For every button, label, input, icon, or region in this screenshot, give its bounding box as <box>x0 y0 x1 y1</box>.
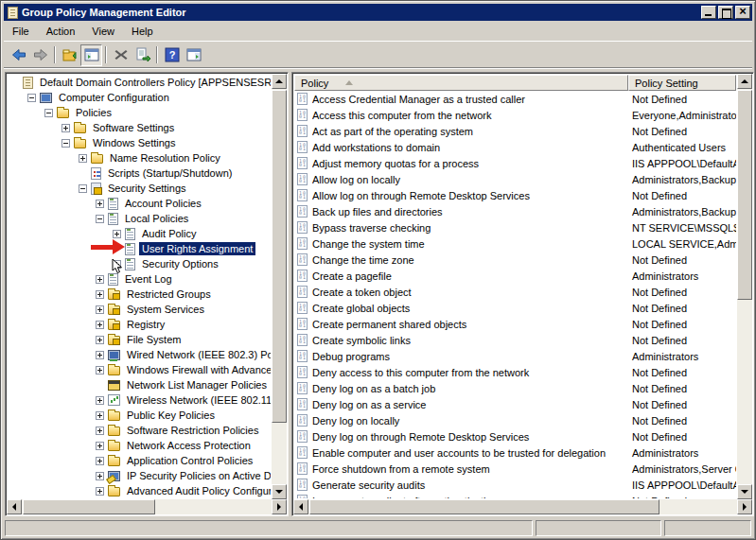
policy-row[interactable]: Access Credential Manager as a trusted c… <box>294 91 736 107</box>
policy-name-cell[interactable]: Create permanent shared objects <box>312 319 628 330</box>
menu-view[interactable]: View <box>83 24 123 39</box>
policy-name-cell[interactable]: Deny log on locally <box>312 415 628 427</box>
policy-name-cell[interactable]: Create a token object <box>312 287 628 298</box>
tree-item-label[interactable]: Advanced Audit Policy Configuratio <box>124 484 271 497</box>
tree-item[interactable]: Software Settings <box>8 120 271 135</box>
expander-icon[interactable] <box>113 260 121 269</box>
close-button[interactable] <box>735 6 750 19</box>
column-header-policy[interactable]: Policy <box>294 75 628 91</box>
tree-item-label[interactable]: Account Policies <box>122 197 204 210</box>
tree-item[interactable]: Default Domain Controllers Policy [APPSE… <box>8 75 271 90</box>
tree-item[interactable]: System Services <box>8 302 271 317</box>
back-icon[interactable] <box>8 44 29 66</box>
expander-icon[interactable] <box>96 396 104 405</box>
policy-row[interactable]: Create global objects Not Defined <box>294 300 736 316</box>
forward-icon[interactable] <box>29 44 51 66</box>
tree-item-label[interactable]: Windows Settings <box>90 136 178 149</box>
tree-vertical-scrollbar[interactable] <box>272 74 287 499</box>
tree-item-label[interactable]: Wired Network (IEEE 802.3) Policie <box>124 348 271 361</box>
policy-row[interactable]: Add workstations to domain Authenticated… <box>294 139 736 155</box>
policy-name-cell[interactable]: Enable computer and user accounts to be … <box>312 447 628 459</box>
tree-item[interactable]: Restricted Groups <box>8 287 271 302</box>
maximize-button[interactable] <box>718 6 733 19</box>
tree-item-label[interactable]: Audit Policy <box>139 227 199 240</box>
tree-item[interactable]: Security Settings <box>8 181 271 196</box>
policy-row[interactable]: Generate security audits IIS APPPOOL\Def… <box>294 477 736 493</box>
tree-item-label[interactable]: Windows Firewall with Advanced Se <box>124 363 271 376</box>
scroll-right-icon[interactable] <box>272 499 287 514</box>
policy-name-cell[interactable]: Act as part of the operating system <box>312 126 628 137</box>
expander-icon[interactable] <box>96 321 104 329</box>
scrollbar-thumb[interactable] <box>23 499 155 514</box>
tree-item[interactable]: Name Resolution Policy <box>8 150 271 165</box>
tree-item[interactable]: Application Control Policies <box>8 453 271 468</box>
minimize-button[interactable] <box>701 6 716 19</box>
policy-name-cell[interactable]: Deny access to this computer from the ne… <box>312 367 628 378</box>
policy-name-cell[interactable]: Allow log on through Remote Desktop Serv… <box>312 190 628 201</box>
tree-item[interactable]: File System <box>8 332 271 347</box>
tree-item[interactable]: Windows Settings <box>8 135 271 150</box>
scroll-right-icon[interactable] <box>737 499 752 514</box>
list-horizontal-scrollbar[interactable] <box>293 499 752 514</box>
policy-row[interactable]: Change the time zone Not Defined <box>294 252 736 268</box>
tree-item-label[interactable]: System Services <box>124 303 207 316</box>
policy-name-cell[interactable]: Create a pagefile <box>312 270 628 282</box>
expander-icon[interactable] <box>96 442 104 450</box>
column-header-policy-setting[interactable]: Policy Setting <box>628 75 736 91</box>
scrollbar-thumb[interactable] <box>309 499 659 514</box>
show-action-pane-icon[interactable] <box>183 44 204 66</box>
tree-item[interactable]: Scripts (Startup/Shutdown) <box>8 165 271 181</box>
menu-file[interactable]: File <box>4 24 38 39</box>
policy-row[interactable]: Adjust memory quotas for a process IIS A… <box>294 155 736 171</box>
policy-name-cell[interactable]: Adjust memory quotas for a process <box>312 158 628 169</box>
tree-horizontal-scrollbar[interactable] <box>7 499 287 514</box>
expander-icon[interactable] <box>96 427 104 435</box>
expander-icon[interactable] <box>79 154 87 163</box>
tree-item-label[interactable]: Software Settings <box>90 121 177 134</box>
menu-help[interactable]: Help <box>123 24 162 39</box>
policy-name-cell[interactable]: Create symbolic links <box>312 335 628 346</box>
tree-item-label[interactable]: Scripts (Startup/Shutdown) <box>105 166 235 180</box>
policy-row[interactable]: Create symbolic links Not Defined <box>294 332 736 348</box>
policy-row[interactable]: Back up files and directories Administra… <box>294 203 736 219</box>
tree-item[interactable]: Wireless Network (IEEE 802.11) Po <box>8 392 271 408</box>
scrollbar-thumb[interactable] <box>272 90 287 423</box>
list-vertical-scrollbar[interactable] <box>737 74 752 499</box>
expander-icon[interactable] <box>27 94 36 102</box>
expander-icon[interactable] <box>96 472 104 480</box>
policy-row[interactable]: Create a pagefile Administrators <box>294 268 736 284</box>
tree-item[interactable]: Software Restriction Policies <box>8 423 271 438</box>
tree-item-label[interactable]: Network Access Protection <box>124 439 254 452</box>
tree-item-label[interactable]: Public Key Policies <box>124 409 218 422</box>
policy-name-cell[interactable]: Impersonate a client after authenticatio… <box>312 496 628 499</box>
policy-row[interactable]: Deny log on as a batch job Not Defined <box>294 380 736 396</box>
tree-item[interactable]: Advanced Audit Policy Configuratio <box>8 483 271 498</box>
policy-name-cell[interactable]: Force shutdown from a remote system <box>312 463 628 475</box>
policy-name-cell[interactable]: Allow log on locally <box>312 174 628 185</box>
tree-item-label[interactable]: Restricted Groups <box>124 287 214 301</box>
tree-item[interactable]: User Rights Assignment <box>8 241 271 256</box>
tree-item-label[interactable]: Security Settings <box>105 182 189 195</box>
tree-item-label[interactable]: File System <box>124 333 184 346</box>
tree-item-label[interactable]: Default Domain Controllers Policy [APPSE… <box>37 76 271 89</box>
policy-row[interactable]: Access this computer from the network Ev… <box>294 107 736 123</box>
policy-name-cell[interactable]: Bypass traverse checking <box>312 222 628 234</box>
tree-item-label[interactable]: Event Log <box>122 272 175 286</box>
expander-icon[interactable] <box>79 184 87 193</box>
policy-row[interactable]: Bypass traverse checking NT SERVICE\MSSQ… <box>294 219 736 235</box>
tree-item[interactable]: Network Access Protection <box>8 438 271 453</box>
expander-icon[interactable] <box>96 290 104 299</box>
policy-name-cell[interactable]: Access this computer from the network <box>312 110 628 121</box>
title-bar[interactable]: Group Policy Management Editor <box>4 4 752 21</box>
tree-item[interactable]: Computer Configuration <box>8 90 271 105</box>
tree-item[interactable]: Event Log <box>8 271 271 287</box>
policy-name-cell[interactable]: Create global objects <box>312 303 628 314</box>
scroll-left-icon[interactable] <box>293 499 308 514</box>
tree-item[interactable]: Audit Policy <box>8 226 271 241</box>
policy-row[interactable]: Enable computer and user accounts to be … <box>294 444 736 461</box>
policy-row[interactable]: Force shutdown from a remote system Admi… <box>294 461 736 477</box>
tree-item[interactable]: Wired Network (IEEE 802.3) Policie <box>8 347 271 362</box>
tree-item[interactable]: Security Options <box>8 256 271 271</box>
expander-icon[interactable] <box>96 215 104 223</box>
scrollbar-thumb[interactable] <box>737 90 752 300</box>
